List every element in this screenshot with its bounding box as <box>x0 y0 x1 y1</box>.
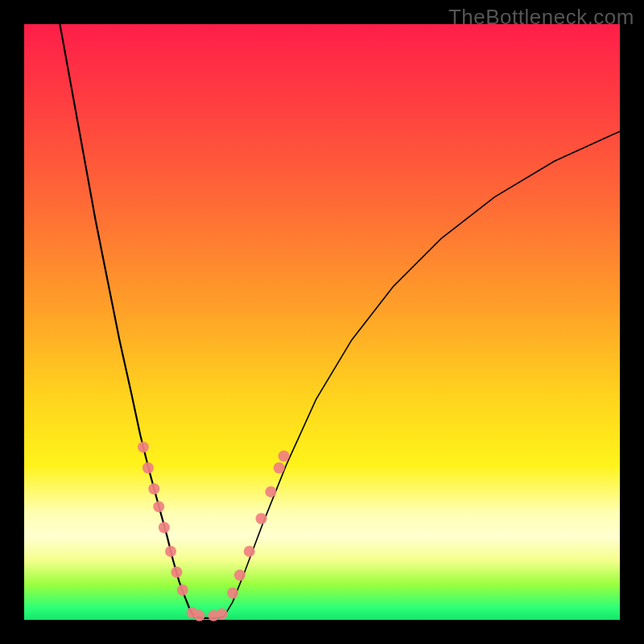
data-dot <box>265 486 276 497</box>
data-dot <box>279 451 290 462</box>
chart-stage: TheBottleneck.com <box>0 0 644 644</box>
data-dot <box>148 483 159 494</box>
data-dot <box>217 609 228 620</box>
curve-left-arm <box>60 24 194 617</box>
data-dot <box>244 546 255 557</box>
data-dot <box>171 567 182 578</box>
data-dot <box>274 462 285 473</box>
data-dot <box>153 501 164 512</box>
data-dot <box>256 513 267 524</box>
v-curve <box>60 24 620 618</box>
data-dot <box>177 584 188 596</box>
data-dot <box>138 441 149 452</box>
curve-right-arm <box>224 131 620 617</box>
data-dot <box>227 588 238 599</box>
data-dot <box>194 610 205 621</box>
data-dot <box>159 522 170 533</box>
plot-area <box>24 24 620 620</box>
watermark-text: TheBottleneck.com <box>448 5 634 30</box>
scatter-dots <box>138 441 290 621</box>
data-dot <box>142 462 154 473</box>
chart-svg <box>24 24 620 620</box>
data-dot <box>165 546 176 557</box>
data-dot <box>234 570 246 581</box>
